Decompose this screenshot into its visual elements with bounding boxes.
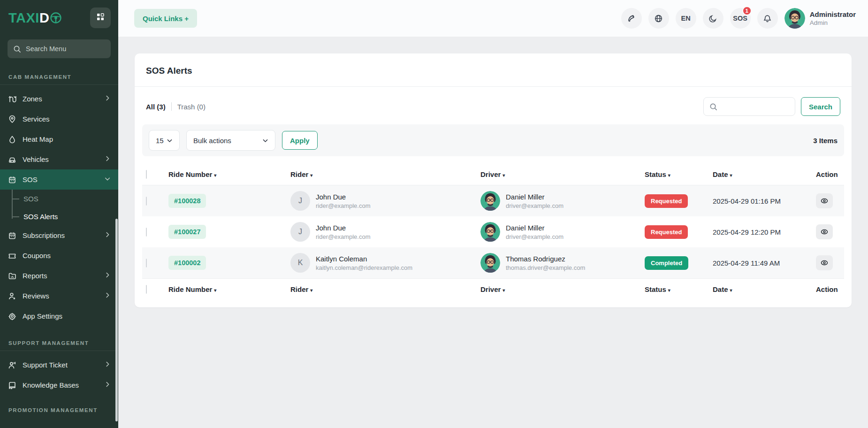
moon-icon [708, 14, 717, 23]
sidebar-subitem-sos[interactable]: SOS [0, 190, 118, 207]
theme-customizer-button[interactable] [621, 8, 642, 29]
chevron-right-icon [104, 292, 111, 300]
row-checkbox[interactable] [146, 259, 147, 268]
tree-tick [12, 199, 19, 199]
column-header-date[interactable]: Date▾ [709, 164, 812, 185]
rider-name: John Due [316, 224, 371, 232]
bulk-actions-select[interactable]: Bulk actions [186, 130, 275, 151]
sidebar-item-services[interactable]: Services [0, 109, 118, 129]
chevron-right-icon [104, 95, 111, 103]
driver-name: Daniel Miller [506, 193, 563, 201]
select-all-checkbox[interactable] [146, 285, 147, 294]
sos-alerts-card: SOS Alerts All (3) Trash (0) Search [135, 54, 852, 307]
sidebar-item-label: Reports [23, 272, 99, 280]
sidebar-item-vehicles[interactable]: Vehicles [0, 149, 118, 169]
column-header-driver[interactable]: Driver▾ [477, 164, 641, 185]
sort-icon: ▾ [668, 173, 670, 178]
user-role: Admin [810, 19, 856, 26]
sidebar-item-support-ticket[interactable]: Support Ticket [0, 355, 118, 375]
user-menu[interactable]: Administrator Admin [784, 8, 856, 29]
droplet-icon [8, 135, 17, 144]
sidebar-item-label: Zones [23, 95, 99, 103]
header-actions: EN SOS 1 Administrator Admin [621, 8, 856, 29]
chevron-right-icon [104, 272, 111, 280]
book-icon [8, 381, 17, 390]
rider-avatar: K [290, 253, 310, 273]
dark-mode-button[interactable] [703, 8, 723, 29]
bulk-actions-bar: 15 Bulk actions Apply 3 Items [142, 124, 844, 156]
sidebar: TAXID Search Menu CAB MANAGEMENT Zones S… [0, 0, 118, 428]
ride-number-link[interactable]: #100027 [168, 225, 206, 239]
chevron-right-icon [104, 381, 111, 389]
view-action-button[interactable] [816, 193, 833, 208]
bulk-actions-value: Bulk actions [193, 137, 231, 145]
grid-icon [96, 12, 105, 23]
sos-alert-button[interactable]: SOS 1 [730, 8, 751, 29]
sidebar-item-sos[interactable]: SOS [0, 169, 118, 190]
tab-all[interactable]: All (3) [146, 103, 166, 111]
column-footer-ride-number[interactable]: Ride Number▾ [165, 279, 287, 300]
row-checkbox[interactable] [146, 228, 147, 237]
map-pin-icon [8, 115, 17, 123]
chevron-down-icon [167, 138, 173, 144]
sidebar-item-reviews[interactable]: Reviews [0, 286, 118, 306]
quick-links-button[interactable]: Quick Links + [134, 9, 197, 28]
rider-email: rider@example.com [316, 233, 371, 240]
table-search-box [703, 97, 795, 116]
sidebar-item-reports[interactable]: Reports [0, 266, 118, 286]
view-action-button[interactable] [816, 255, 833, 270]
sidebar-item-knowledge-bases[interactable]: Knowledge Bases [0, 375, 118, 395]
sidebar-search-input[interactable]: Search Menu [8, 39, 111, 58]
sort-icon: ▾ [730, 173, 732, 178]
sidebar-item-coupons[interactable]: Coupons [0, 245, 118, 266]
sidebar-scrollbar[interactable] [115, 219, 118, 421]
rider-email: rider@example.com [316, 202, 371, 209]
column-footer-date[interactable]: Date▾ [709, 279, 812, 300]
view-action-button[interactable] [816, 224, 833, 239]
column-header-ride-number[interactable]: Ride Number▾ [165, 164, 287, 185]
column-header-rider[interactable]: Rider▾ [287, 164, 477, 185]
sidebar-section-cab-management: CAB MANAGEMENT [0, 60, 118, 85]
column-footer-driver[interactable]: Driver▾ [477, 279, 641, 300]
row-checkbox[interactable] [146, 197, 147, 206]
chevron-right-icon [104, 155, 111, 163]
table-row: #100028 J John Due rider@example.com Dan… [142, 185, 844, 217]
steering-wheel-icon [49, 12, 62, 24]
driver-avatar [480, 222, 500, 242]
tab-trash[interactable]: Trash (0) [177, 103, 206, 111]
sidebar-item-label: Support Ticket [23, 361, 99, 369]
sidebar-subitem-sos-alerts[interactable]: SOS Alerts [0, 207, 118, 225]
language-button[interactable]: EN [676, 8, 696, 29]
rider-name: Kaitlyn Coleman [316, 255, 412, 263]
driver-cell: Daniel Miller driver@example.com [480, 222, 637, 242]
apply-button[interactable]: Apply [282, 131, 318, 150]
items-count: 3 Items [813, 137, 838, 145]
ride-number-link[interactable]: #100002 [168, 256, 206, 270]
sidebar-item-subscriptions[interactable]: Subscriptions [0, 225, 118, 245]
sidebar-sos-subtree: SOS SOS Alerts [0, 190, 118, 225]
per-page-select[interactable]: 15 [149, 130, 180, 151]
globe-button[interactable] [648, 8, 669, 29]
table-search-input[interactable] [721, 103, 787, 110]
select-all-checkbox[interactable] [146, 170, 147, 179]
user-name: Administrator [810, 10, 856, 18]
sidebar-item-heat-map[interactable]: Heat Map [0, 129, 118, 149]
sidebar-section-support-management: SUPPORT MANAGEMENT [0, 326, 118, 351]
sidebar-item-zones[interactable]: Zones [0, 89, 118, 109]
table-footer-row: Ride Number▾ Rider▾ Driver▾ Status▾ Date… [142, 279, 844, 300]
status-badge: Requested [645, 225, 688, 239]
brand-logo[interactable]: TAXID [8, 10, 62, 26]
calendar-icon [8, 176, 17, 184]
notifications-button[interactable] [757, 8, 778, 29]
tab-separator [171, 102, 172, 111]
chevron-right-icon [104, 361, 111, 369]
route-icon [8, 95, 17, 103]
column-header-status[interactable]: Status▾ [641, 164, 709, 185]
rider-email: kaitlyn.coleman@riderexample.com [316, 264, 412, 271]
ride-number-link[interactable]: #100028 [168, 194, 206, 208]
column-footer-status[interactable]: Status▾ [641, 279, 709, 300]
sidebar-toggle-button[interactable] [90, 8, 111, 28]
column-footer-rider[interactable]: Rider▾ [287, 279, 477, 300]
search-button[interactable]: Search [801, 97, 840, 116]
sidebar-item-app-settings[interactable]: App Settings [0, 306, 118, 326]
